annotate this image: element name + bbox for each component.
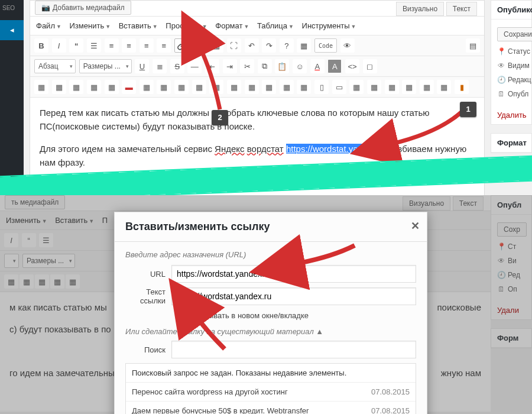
save-draft-button[interactable]: Сохрани: [497, 27, 532, 41]
link-button[interactable]: [174, 38, 189, 53]
publish-row: 🗓Опубл: [497, 87, 525, 101]
bold-button[interactable]: B: [34, 38, 48, 53]
t3-16[interactable]: ▦: [297, 80, 311, 94]
move-to-trash[interactable]: Удалить: [491, 106, 532, 124]
open-new-tab-checkbox[interactable]: [180, 312, 187, 319]
insert-link-modal: Вставить/изменить ссылку ✕ Введите адрес…: [114, 212, 427, 414]
menu-view[interactable]: Просмотр▼: [164, 20, 208, 31]
bgcolor-button[interactable]: A: [327, 59, 342, 73]
indent-button[interactable]: ⇥: [223, 59, 237, 73]
align-left-button[interactable]: ≡: [122, 38, 136, 53]
pin-icon: 📍: [497, 47, 505, 56]
menu-edit[interactable]: Изменить▼: [69, 20, 112, 31]
t3-1[interactable]: ▦: [34, 80, 48, 94]
menu-table[interactable]: Таблица▼: [256, 20, 295, 31]
t3-15[interactable]: ▦: [280, 80, 294, 94]
preview-icon[interactable]: 👁: [340, 38, 355, 53]
emoji-button[interactable]: ☺: [293, 59, 307, 73]
open-new-tab-label: Открывать в новом окне/вкладке: [191, 311, 309, 320]
or-existing-hint[interactable]: Или сделайте ссылку на существующий мате…: [125, 327, 416, 336]
italic-button[interactable]: I: [52, 38, 66, 53]
fontsize-select[interactable]: Размеры ...: [79, 59, 132, 73]
close-icon[interactable]: ✕: [411, 219, 420, 232]
strike-button[interactable]: S: [170, 59, 184, 73]
fullscreen-icon[interactable]: ⛶: [227, 38, 241, 53]
t3-13[interactable]: ▦: [245, 80, 259, 94]
align-center-button[interactable]: ≡: [140, 38, 154, 53]
justify-button[interactable]: ≣: [153, 59, 167, 73]
t3-11[interactable]: ▦: [209, 80, 223, 94]
format-select[interactable]: Абзац: [34, 59, 76, 73]
paste-icon[interactable]: 📋: [275, 59, 289, 73]
t3-21[interactable]: ▦: [385, 80, 399, 94]
admin-menu-active[interactable]: ◂: [0, 20, 24, 40]
menu-format[interactable]: Формат▼: [214, 20, 250, 31]
menu-file[interactable]: Файл▼: [35, 20, 63, 31]
t3-10[interactable]: ▦: [192, 80, 206, 94]
url-label: URL: [125, 270, 171, 279]
t3-19[interactable]: ▦: [349, 80, 364, 94]
search-results: Поисковый запрос не задан. Показаны неда…: [125, 363, 416, 414]
t3-4[interactable]: ▦: [87, 80, 101, 94]
copy-icon[interactable]: ⧉: [258, 59, 272, 73]
bullet-list-button[interactable]: ☰: [87, 38, 101, 53]
t3-6[interactable]: ▬: [122, 80, 136, 94]
blockquote-button[interactable]: “: [69, 38, 83, 53]
tab-text[interactable]: Текст: [446, 2, 477, 16]
t3-18[interactable]: ▭: [332, 80, 346, 94]
url-input[interactable]: [171, 265, 416, 283]
textcolor-button[interactable]: A: [310, 59, 325, 73]
recent-item[interactable]: Даем первые бонусные 50$ в кредит. Webtr…: [126, 402, 416, 414]
t3-22[interactable]: ▦: [402, 80, 416, 94]
unlink-button[interactable]: [192, 38, 206, 53]
insert-table-icon[interactable]: ▦: [209, 38, 223, 53]
t3-20[interactable]: ▦: [367, 80, 381, 94]
undo-button[interactable]: ↶: [245, 38, 259, 53]
table-button[interactable]: ▦: [297, 38, 311, 53]
add-media-button[interactable]: 📷Добавить медиафайл: [35, 1, 131, 15]
modal-title: Вставить/изменить ссылку ✕: [115, 212, 427, 242]
redo-button[interactable]: ↷: [262, 38, 276, 53]
calendar-icon: 🗓: [497, 90, 505, 98]
seo-label: SEO: [2, 5, 15, 11]
t3-9[interactable]: ▦: [174, 80, 189, 94]
outdent-button[interactable]: ⇤: [205, 59, 219, 73]
source-button[interactable]: <>: [345, 59, 359, 73]
publish-box: Опублико Сохрани 📍Статус 👁Видим 🕘Редакц …: [491, 0, 532, 125]
t3-24[interactable]: ▦: [437, 80, 451, 94]
underline-button[interactable]: U: [135, 59, 149, 73]
t3-2[interactable]: ▦: [52, 80, 66, 94]
link-text-input[interactable]: [171, 287, 416, 305]
recent-item[interactable]: Перенос сайта wordpress на другой хостин…: [126, 383, 416, 402]
t3-5[interactable]: ▦: [105, 80, 119, 94]
format-box: Формат: [491, 133, 532, 153]
t3-25[interactable]: ▮: [455, 80, 469, 94]
t3-3[interactable]: ▦: [69, 80, 83, 94]
hr-button[interactable]: —: [187, 59, 202, 73]
bookmark-icon[interactable]: ◻: [363, 59, 377, 73]
cut-icon[interactable]: ✂: [240, 59, 254, 73]
align-right-button[interactable]: ≡: [157, 38, 171, 53]
format-heading: Формат: [491, 134, 531, 153]
code-button[interactable]: Code: [314, 38, 337, 53]
t3-23[interactable]: ▦: [420, 80, 434, 94]
t3-7[interactable]: ▦: [140, 80, 154, 94]
tab-visual[interactable]: Визуально: [396, 2, 444, 16]
menu-tools[interactable]: Инструменты▼: [301, 20, 358, 31]
search-input[interactable]: [171, 341, 416, 358]
numbered-list-button[interactable]: ≡: [105, 38, 119, 53]
paragraph-1: Перед тем как писать статью мы должны по…: [40, 106, 475, 134]
selected-link-text: https://wordstat.yandex.ru: [286, 144, 388, 154]
menu-insert[interactable]: Вставить▼: [118, 20, 159, 31]
eye-icon: 👁: [497, 62, 505, 70]
revisions-row: 🕘Редакц: [497, 73, 525, 87]
toolbar-row-3: ▦ ▦ ▦ ▦ ▦ ▬ ▦ ▦ ▦ ▦ ▦ ▦ ▦ ▦ ▦ ▦ ▯ ▭ ▦ ▦: [30, 77, 484, 98]
t3-12[interactable]: ▦: [227, 80, 241, 94]
t3-14[interactable]: ▦: [262, 80, 276, 94]
t3-17[interactable]: ▯: [314, 80, 329, 94]
help-button[interactable]: ?: [280, 38, 294, 53]
kitchensink-toggle[interactable]: ▤: [466, 38, 480, 53]
annotation-label-1: 1: [460, 102, 476, 117]
camera-icon: 📷: [41, 4, 50, 12]
t3-8[interactable]: ▦: [157, 80, 171, 94]
